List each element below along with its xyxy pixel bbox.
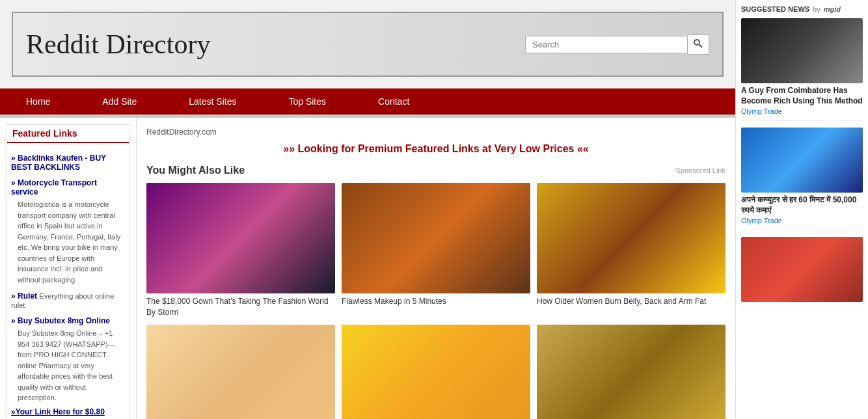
right-sidebar: SUGGESTED NEWS by mgid A Guy From Coimba… xyxy=(735,0,868,419)
news-card-1[interactable]: अपने कम्प्यूटर से हर 60 मिनट में 50,000 … xyxy=(741,128,863,230)
news-card-img-0 xyxy=(741,18,863,83)
svg-line-1 xyxy=(699,44,703,47)
ymay-img-3 xyxy=(146,325,335,419)
featured-banner-link[interactable]: »» Looking for Premium Featured Links at… xyxy=(146,143,726,155)
sidebar-link-motorcycle: » Motorcycle Transport service xyxy=(11,178,125,196)
news-card-0[interactable]: A Guy From Coimbatore Has Become Rich Us… xyxy=(741,18,863,121)
main-content: RedditDirectory.com »» Looking for Premi… xyxy=(137,118,735,419)
news-card-2[interactable] xyxy=(741,237,863,310)
ymay-header: You Might Also Like Sponsored Link xyxy=(146,165,726,176)
ymay-item-2[interactable]: How Older Women Burn Belly, Back and Arm… xyxy=(537,183,726,318)
ymay-img-0 xyxy=(146,183,335,293)
search-input[interactable] xyxy=(525,36,688,53)
featured-links-box: Featured Links » Backlinks Kaufen - BUY … xyxy=(7,124,129,419)
subutex-link[interactable]: » Buy Subutex 8mg Online xyxy=(11,316,110,325)
by-label: by xyxy=(813,6,821,13)
motorcycle-desc: Motologistica is a motorcycle transport … xyxy=(18,199,125,285)
news-card-source-1: Olymp Trade xyxy=(741,217,863,224)
nav-bar: Home Add Site Latest Sites Top Sites Con… xyxy=(0,88,735,115)
news-card-title-1: अपने कम्प्यूटर से हर 60 मिनट में 50,000 … xyxy=(741,195,863,215)
suggested-news-label: SUGGESTED NEWS xyxy=(741,5,809,13)
ymay-img-5 xyxy=(537,325,726,419)
site-header: Reddit Directory xyxy=(12,12,724,77)
news-card-img-1 xyxy=(741,128,863,193)
ymay-title: You Might Also Like xyxy=(146,165,245,176)
ymay-caption-0: The $18,000 Gown That's Taking The Fashi… xyxy=(146,296,335,318)
sponsored-label: Sponsored Link xyxy=(676,167,726,174)
mgid-label: mgid xyxy=(824,5,841,13)
subutex-desc: Buy Subutex 8mg Online – +1 954 363 9427… xyxy=(18,328,125,403)
motorcycle-link[interactable]: » Motorcycle Transport service xyxy=(11,178,97,196)
suggested-news-header: SUGGESTED NEWS by mgid xyxy=(741,5,863,13)
svg-point-0 xyxy=(694,40,699,45)
nav-latest-sites[interactable]: Latest Sites xyxy=(163,88,262,115)
featured-links-title: Featured Links xyxy=(7,125,129,143)
your-link-1-anchor[interactable]: »Your Link Here for $0.80 xyxy=(11,407,105,416)
ymay-img-2 xyxy=(537,183,726,293)
ymay-caption-1: Flawless Makeup in 5 Minutes xyxy=(342,296,530,307)
sidebar-link-backlinks: » Backlinks Kaufen - BUY BEST BACKLINKS xyxy=(11,154,125,172)
ymay-caption-2: How Older Women Burn Belly, Back and Arm… xyxy=(537,296,726,307)
search-box xyxy=(525,34,709,55)
nav-add-site[interactable]: Add Site xyxy=(76,88,163,115)
ymay-img-4 xyxy=(342,325,530,419)
ymay-item-4[interactable]: The Amazing Lemon Diet xyxy=(342,325,530,419)
ymay-grid: The $18,000 Gown That's Taking The Fashi… xyxy=(146,183,726,419)
ymay-item-1[interactable]: Flawless Makeup in 5 Minutes xyxy=(342,183,530,318)
nav-contact[interactable]: Contact xyxy=(352,88,435,115)
ymay-item-3[interactable]: The Secret Spa Treatment xyxy=(146,325,335,419)
ymay-img-1 xyxy=(342,183,530,293)
news-card-source-0: Olymp Trade xyxy=(741,107,863,115)
site-title: Reddit Directory xyxy=(26,29,210,60)
left-sidebar: Featured Links » Backlinks Kaufen - BUY … xyxy=(0,118,137,419)
nav-top-sites[interactable]: Top Sites xyxy=(262,88,352,115)
rulet-link[interactable]: » Rulet xyxy=(11,291,37,301)
sidebar-link-rulet: » Rulet Everything about online rulet xyxy=(11,291,125,310)
your-link-1: »Your Link Here for $0.80 xyxy=(11,407,125,416)
site-url: RedditDirectory.com xyxy=(146,128,726,137)
sidebar-link-subutex: » Buy Subutex 8mg Online xyxy=(11,316,125,325)
ymay-item-5[interactable]: Beautiful Jewelry Collection 2024 xyxy=(537,325,726,419)
backlinks-link[interactable]: » Backlinks Kaufen - BUY BEST BACKLINKS xyxy=(11,154,106,172)
ymay-item-0[interactable]: The $18,000 Gown That's Taking The Fashi… xyxy=(146,183,335,318)
search-button[interactable] xyxy=(688,34,709,55)
news-card-img-2 xyxy=(741,237,863,302)
news-card-title-0: A Guy From Coimbatore Has Become Rich Us… xyxy=(741,86,863,106)
nav-home[interactable]: Home xyxy=(0,88,76,115)
